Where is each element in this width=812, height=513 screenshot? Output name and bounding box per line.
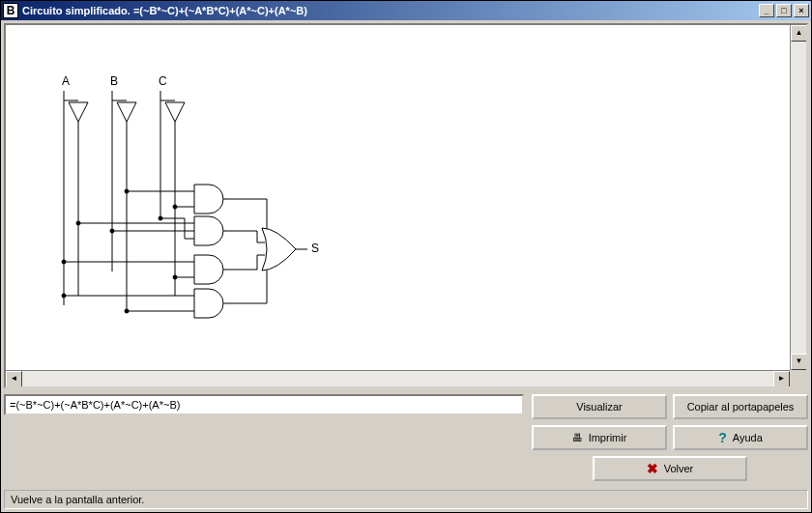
svg-point-44 [173, 205, 177, 209]
close-button[interactable]: × [794, 4, 809, 17]
svg-point-39 [76, 221, 80, 225]
volver-label: Volver [664, 463, 694, 474]
horizontal-scrollbar[interactable]: ◄ ► [6, 370, 790, 386]
scroll-track-v[interactable] [791, 42, 806, 354]
copiar-button[interactable]: Copiar al portapapeles [673, 394, 808, 419]
minimize-button[interactable]: _ [759, 4, 774, 17]
print-icon: 🖶 [572, 432, 583, 443]
scroll-track-h[interactable] [22, 371, 773, 386]
ayuda-label: Ayuda [733, 432, 763, 443]
circuit-canvas-panel: A B C S [4, 23, 808, 388]
help-icon: ? [718, 430, 727, 445]
imprimir-label: Imprimir [589, 432, 627, 443]
ayuda-button[interactable]: ? Ayuda [673, 425, 808, 450]
svg-marker-7 [117, 102, 136, 122]
scroll-up-button[interactable]: ▲ [791, 25, 807, 42]
button-grid: Visualizar Copiar al portapapeles 🖶 Impr… [532, 394, 808, 481]
app-icon: B [3, 3, 18, 18]
bottom-panel: Visualizar Copiar al portapapeles 🖶 Impr… [4, 394, 808, 481]
svg-marker-4 [69, 102, 88, 122]
titlebar[interactable]: B Circuito simplificado. =(~B*~C)+(~A*B*… [1, 1, 811, 20]
svg-point-42 [125, 309, 129, 313]
svg-point-41 [125, 189, 129, 193]
imprimir-button[interactable]: 🖶 Imprimir [532, 425, 667, 450]
input-label-a: A [62, 74, 70, 88]
maximize-button[interactable]: □ [776, 4, 792, 17]
status-text: Vuelve a la pantalla anterior. [11, 494, 144, 505]
scroll-right-button[interactable]: ► [773, 371, 790, 387]
input-label-c: C [159, 74, 167, 88]
output-label: S [311, 242, 319, 255]
volver-button[interactable]: ✖ Volver [593, 456, 747, 481]
circuit-svg: A B C S [6, 25, 779, 354]
scroll-left-button[interactable]: ◄ [6, 371, 22, 387]
visualizar-label: Visualizar [576, 401, 623, 413]
input-label-b: B [110, 74, 118, 88]
svg-point-38 [62, 294, 66, 298]
status-bar: Vuelve a la pantalla anterior. [4, 490, 808, 509]
window-title: Circuito simplificado. =(~B*~C)+(~A*B*C)… [22, 5, 759, 16]
vertical-scrollbar[interactable]: ▲ ▼ [790, 25, 806, 370]
visualizar-button[interactable]: Visualizar [532, 394, 667, 419]
close-icon: ✖ [647, 461, 658, 476]
app-window: B Circuito simplificado. =(~B*~C)+(~A*B*… [0, 0, 812, 513]
scroll-down-button[interactable]: ▼ [791, 354, 807, 370]
svg-marker-10 [165, 102, 185, 122]
svg-point-43 [159, 216, 162, 220]
window-controls: _ □ × [759, 4, 809, 17]
copiar-label: Copiar al portapapeles [687, 401, 795, 413]
svg-point-37 [62, 260, 66, 264]
expression-field[interactable] [4, 394, 524, 415]
svg-point-45 [173, 275, 177, 279]
circuit-canvas[interactable]: A B C S [6, 25, 806, 386]
svg-point-40 [110, 229, 114, 233]
content-area: A B C S [1, 20, 811, 484]
scroll-corner [790, 370, 806, 386]
